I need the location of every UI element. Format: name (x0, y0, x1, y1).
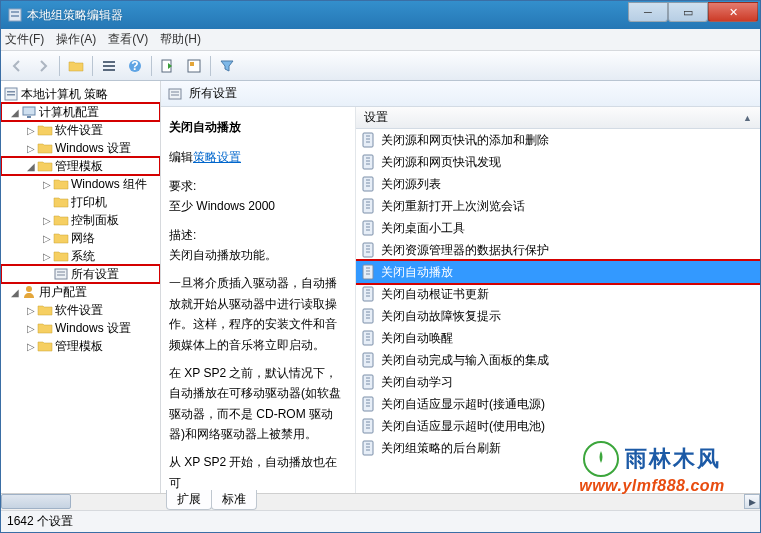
policy-root-icon (3, 86, 19, 102)
svg-text:?: ? (131, 59, 138, 73)
toolbar-separator (59, 56, 60, 76)
toolbar-separator (92, 56, 93, 76)
list-item[interactable]: 关闭源和网页快讯发现 (356, 151, 760, 173)
list-item[interactable]: 关闭自适应显示超时(使用电池) (356, 415, 760, 437)
list-item[interactable]: 关闭自动唤醒 (356, 327, 760, 349)
tree-label: 软件设置 (55, 122, 103, 139)
svg-rect-23 (363, 133, 373, 147)
list-item-label: 关闭自动完成与输入面板的集成 (381, 352, 549, 369)
policy-item-icon (361, 264, 377, 280)
maximize-button[interactable]: ▭ (668, 2, 708, 22)
back-button[interactable] (5, 54, 29, 78)
list-item[interactable]: 关闭自动完成与输入面板的集成 (356, 349, 760, 371)
scrollbar-right-arrow[interactable]: ▶ (744, 494, 760, 509)
up-button[interactable] (64, 54, 88, 78)
folder-icon (37, 320, 53, 336)
svg-rect-39 (363, 221, 373, 235)
tree-network[interactable]: ▷网络 (1, 229, 160, 247)
list-item[interactable]: 关闭桌面小工具 (356, 217, 760, 239)
list-item[interactable]: 关闭自动学习 (356, 371, 760, 393)
list-item[interactable]: 关闭资源管理器的数据执行保护 (356, 239, 760, 261)
breadcrumb-text: 所有设置 (189, 85, 237, 102)
list-item-label: 关闭重新打开上次浏览会话 (381, 198, 525, 215)
close-button[interactable]: ✕ (708, 2, 758, 22)
list-item-label: 关闭自适应显示超时(接通电源) (381, 396, 545, 413)
tree-control-panel[interactable]: ▷控制面板 (1, 211, 160, 229)
menu-help[interactable]: 帮助(H) (160, 31, 201, 48)
policy-item-icon (361, 132, 377, 148)
tree-user-templates[interactable]: ▷管理模板 (1, 337, 160, 355)
tab-extended[interactable]: 扩展 (166, 490, 212, 510)
menu-view[interactable]: 查看(V) (108, 31, 148, 48)
menubar: 文件(F) 操作(A) 查看(V) 帮助(H) (1, 29, 760, 51)
tree-user-config[interactable]: ◢ 用户配置 (1, 283, 160, 301)
requirement-label: 要求: (169, 179, 196, 193)
tree-admin-templates[interactable]: ◢管理模板 (1, 157, 160, 175)
svg-rect-5 (103, 69, 115, 71)
description-para2: 一旦将介质插入驱动器，自动播放就开始从驱动器中进行读取操作。这样，程序的安装文件… (169, 273, 347, 355)
tree-label: Windows 组件 (71, 176, 147, 193)
list-item[interactable]: 关闭自适应显示超时(接通电源) (356, 393, 760, 415)
status-text: 1642 个设置 (7, 513, 73, 530)
tree-user-software[interactable]: ▷软件设置 (1, 301, 160, 319)
titlebar[interactable]: 本地组策略编辑器 ─ ▭ ✕ (1, 1, 760, 29)
tree-windows-components[interactable]: ▷Windows 组件 (1, 175, 160, 193)
settings-list[interactable]: 关闭源和网页快讯的添加和删除关闭源和网页快讯发现关闭源列表关闭重新打开上次浏览会… (356, 129, 760, 493)
policy-item-icon (361, 220, 377, 236)
detail-pane: 关闭自动播放 编辑策略设置 要求:至少 Windows 2000 描述:关闭自动… (161, 107, 356, 493)
toolbar-separator (151, 56, 152, 76)
tree-computer-config[interactable]: ◢ 计算机配置 (1, 103, 160, 121)
breadcrumb: 所有设置 (161, 81, 760, 107)
list-item[interactable]: 关闭源和网页快讯的添加和删除 (356, 129, 760, 151)
export-button[interactable] (156, 54, 180, 78)
list-item[interactable]: 关闭组策略的后台刷新 (356, 437, 760, 459)
policy-settings-link[interactable]: 策略设置 (193, 150, 241, 164)
svg-rect-15 (27, 116, 31, 118)
list-item[interactable]: 关闭自动根证书更新 (356, 283, 760, 305)
minimize-button[interactable]: ─ (628, 2, 668, 22)
tree-label: Windows 设置 (55, 320, 131, 337)
svg-rect-10 (190, 62, 194, 66)
tree-system[interactable]: ▷系统 (1, 247, 160, 265)
folder-icon (53, 212, 69, 228)
list-item-label: 关闭自动学习 (381, 374, 453, 391)
help-button[interactable]: ? (123, 54, 147, 78)
horizontal-scrollbar[interactable]: ▶ (1, 493, 760, 510)
list-pane: 设置 ▲ 关闭源和网页快讯的添加和删除关闭源和网页快讯发现关闭源列表关闭重新打开… (356, 107, 760, 493)
nav-tree[interactable]: 本地计算机 策略 ◢ 计算机配置 ▷软件设置 ▷Windows 设置 ◢管理模板… (1, 81, 161, 493)
svg-rect-27 (363, 155, 373, 169)
tree-label: 本地计算机 策略 (21, 86, 108, 103)
list-item[interactable]: 关闭自动故障恢复提示 (356, 305, 760, 327)
list-item[interactable]: 关闭自动播放 (356, 261, 760, 283)
column-header[interactable]: 设置 ▲ (356, 107, 760, 129)
scrollbar-thumb[interactable] (1, 494, 71, 509)
forward-button[interactable] (31, 54, 55, 78)
computer-icon (21, 104, 37, 120)
tree-label: 网络 (71, 230, 95, 247)
tree-user-windows[interactable]: ▷Windows 设置 (1, 319, 160, 337)
main-body: 本地计算机 策略 ◢ 计算机配置 ▷软件设置 ▷Windows 设置 ◢管理模板… (1, 81, 760, 493)
policy-item-icon (361, 286, 377, 302)
filter-button[interactable] (215, 54, 239, 78)
menu-action[interactable]: 操作(A) (56, 31, 96, 48)
list-item[interactable]: 关闭重新打开上次浏览会话 (356, 195, 760, 217)
refresh-button[interactable] (182, 54, 206, 78)
svg-rect-75 (363, 419, 373, 433)
folder-icon (37, 302, 53, 318)
list-item-label: 关闭自动根证书更新 (381, 286, 489, 303)
list-button[interactable] (97, 54, 121, 78)
folder-icon (37, 338, 53, 354)
tree-label: 系统 (71, 248, 95, 265)
list-item-label: 关闭组策略的后台刷新 (381, 440, 501, 457)
tree-printer[interactable]: 打印机 (1, 193, 160, 211)
tree-windows-settings[interactable]: ▷Windows 设置 (1, 139, 160, 157)
list-item[interactable]: 关闭源列表 (356, 173, 760, 195)
menu-file[interactable]: 文件(F) (5, 31, 44, 48)
tree-all-settings[interactable]: 所有设置 (1, 265, 160, 283)
tree-label: Windows 设置 (55, 140, 131, 157)
svg-rect-67 (363, 375, 373, 389)
tree-root[interactable]: 本地计算机 策略 (1, 85, 160, 103)
list-item-label: 关闭自动故障恢复提示 (381, 308, 501, 325)
tree-software-settings[interactable]: ▷软件设置 (1, 121, 160, 139)
tab-standard[interactable]: 标准 (211, 490, 257, 510)
